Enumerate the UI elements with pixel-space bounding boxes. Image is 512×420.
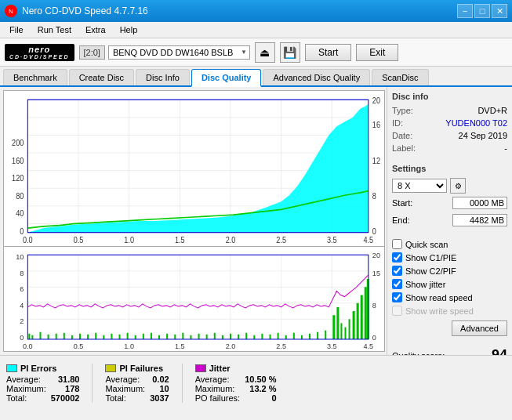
jitter-legend: Jitter Average: 10.50 % Maximum: 13.2 % … — [195, 364, 277, 403]
svg-rect-116 — [357, 302, 359, 339]
exit-button[interactable]: Exit — [356, 44, 398, 61]
close-button[interactable]: ✕ — [492, 4, 507, 18]
svg-rect-80 — [95, 332, 96, 339]
svg-rect-71 — [28, 333, 30, 339]
eject-button[interactable]: ⏏ — [255, 42, 275, 63]
disc-type-row: Type: DVD+R — [392, 106, 507, 115]
bottom-chart-svg: 0 2 4 6 8 10 0 8 15 20 0.0 0.5 1.0 1.5 2… — [4, 247, 384, 351]
svg-rect-97 — [230, 333, 231, 339]
show-jitter-checkbox[interactable] — [392, 279, 402, 289]
svg-rect-86 — [143, 333, 144, 339]
legend-divider-1 — [92, 364, 93, 403]
svg-text:3.5: 3.5 — [327, 342, 337, 350]
disc-label-value: - — [504, 143, 507, 153]
show-write-speed-label: Show write speed — [405, 306, 474, 316]
tab-disc-quality[interactable]: Disc Quality — [191, 69, 262, 87]
svg-rect-88 — [158, 335, 160, 339]
svg-rect-38 — [4, 247, 384, 351]
svg-text:8: 8 — [372, 302, 376, 310]
menu-extra[interactable]: Extra — [79, 24, 112, 36]
quick-scan-checkbox[interactable] — [392, 239, 402, 249]
top-chart-svg: 0 40 80 120 160 200 0 8 12 16 20 0.0 0.5… — [4, 91, 384, 246]
legend-divider-2 — [182, 364, 183, 403]
speed-select[interactable]: 8 X 4 X 2 X 1 X Maximum — [392, 179, 447, 193]
show-jitter-label: Show jitter — [405, 280, 445, 289]
settings-icon-btn[interactable]: ⚙ — [450, 178, 466, 194]
svg-rect-84 — [127, 332, 129, 339]
pi-errors-max-value: 178 — [51, 384, 80, 393]
show-c1pie-row: Show C1/PIE — [392, 252, 507, 262]
speed-row: 8 X 4 X 2 X 1 X Maximum ⚙ — [392, 178, 507, 194]
pi-errors-avg-value: 31.80 — [51, 375, 80, 384]
pi-errors-total-value: 570002 — [51, 393, 80, 403]
title-bar: N Nero CD-DVD Speed 4.7.7.16 − □ ✕ — [0, 0, 512, 22]
tab-disc-info[interactable]: Disc Info — [136, 69, 190, 85]
svg-text:12: 12 — [372, 156, 380, 165]
start-input[interactable]: 0000 MB — [452, 197, 507, 209]
svg-rect-79 — [87, 334, 89, 339]
disc-type-label: Type: — [392, 106, 413, 115]
pi-failures-legend: PI Failures Average: 0.02 Maximum: 10 To… — [105, 364, 169, 403]
svg-rect-103 — [278, 332, 279, 339]
drive-select[interactable]: BENQ DVD DD DW1640 BSLB — [108, 45, 250, 60]
pi-failures-max-value: 10 — [150, 384, 169, 393]
advanced-button[interactable]: Advanced — [452, 320, 507, 336]
svg-rect-99 — [245, 332, 247, 339]
svg-rect-87 — [151, 332, 152, 339]
jitter-label: Jitter — [209, 364, 231, 373]
drive-select-wrapper[interactable]: BENQ DVD DD DW1640 BSLB — [108, 45, 250, 60]
svg-text:1.0: 1.0 — [124, 342, 134, 350]
maximize-button[interactable]: □ — [474, 4, 490, 18]
svg-text:15: 15 — [372, 270, 380, 277]
show-write-speed-checkbox[interactable] — [392, 306, 402, 316]
pi-failures-total-label: Total: — [105, 393, 145, 403]
toolbar: nero CD·DVD/SPEED [2:0] BENQ DVD DD DW16… — [0, 38, 512, 67]
title-bar-buttons: − □ ✕ — [457, 4, 507, 18]
menu-bar: File Run Test Extra Help — [0, 22, 512, 38]
svg-rect-114 — [349, 319, 350, 339]
tab-advanced-disc-quality[interactable]: Advanced Disc Quality — [263, 69, 370, 85]
svg-text:160: 160 — [12, 156, 24, 165]
start-button[interactable]: Start — [305, 44, 351, 61]
start-label: Start: — [392, 198, 412, 208]
show-c2pif-checkbox[interactable] — [392, 266, 402, 276]
disc-id-label: ID: — [392, 118, 403, 128]
pi-errors-header: PI Errors — [6, 364, 79, 373]
tab-bar: Benchmark Create Disc Disc Info Disc Qua… — [0, 67, 512, 87]
end-label: End: — [392, 215, 410, 225]
pi-errors-stats: Average: 31.80 Maximum: 178 Total: 57000… — [6, 375, 79, 403]
show-read-speed-checkbox[interactable] — [392, 292, 402, 302]
svg-rect-111 — [336, 307, 339, 339]
end-input[interactable] — [452, 214, 507, 226]
save-button[interactable]: 💾 — [280, 42, 300, 63]
svg-text:8: 8 — [20, 270, 24, 277]
show-c1pie-checkbox[interactable] — [392, 252, 402, 262]
quick-scan-label: Quick scan — [405, 240, 448, 249]
tab-scan-disc[interactable]: ScanDisc — [372, 69, 428, 85]
svg-rect-102 — [269, 334, 271, 339]
svg-rect-95 — [214, 332, 216, 339]
svg-rect-90 — [174, 334, 176, 339]
menu-help[interactable]: Help — [114, 24, 144, 36]
right-panel: Disc info Type: DVD+R ID: YUDEN000 T02 D… — [387, 87, 512, 355]
pi-failures-color — [105, 364, 116, 372]
tab-create-disc[interactable]: Create Disc — [69, 69, 134, 85]
svg-text:8: 8 — [372, 191, 376, 201]
show-read-speed-row: Show read speed — [392, 292, 507, 302]
svg-text:16: 16 — [372, 121, 380, 130]
svg-rect-74 — [48, 334, 49, 339]
tab-benchmark[interactable]: Benchmark — [3, 69, 67, 85]
jitter-color — [195, 364, 206, 372]
drive-id: [2:0] — [79, 45, 105, 60]
minimize-button[interactable]: − — [457, 4, 473, 18]
show-jitter-row: Show jitter — [392, 279, 507, 289]
svg-rect-72 — [31, 335, 33, 339]
menu-file[interactable]: File — [3, 24, 30, 36]
bottom-stats-bar: PI Errors Average: 31.80 Maximum: 178 To… — [0, 355, 512, 410]
menu-run-test[interactable]: Run Test — [31, 24, 78, 36]
svg-rect-73 — [39, 331, 41, 339]
quick-scan-row: Quick scan — [392, 239, 507, 249]
svg-text:0: 0 — [20, 334, 24, 342]
svg-text:6: 6 — [20, 285, 24, 293]
svg-text:1.5: 1.5 — [175, 236, 185, 245]
